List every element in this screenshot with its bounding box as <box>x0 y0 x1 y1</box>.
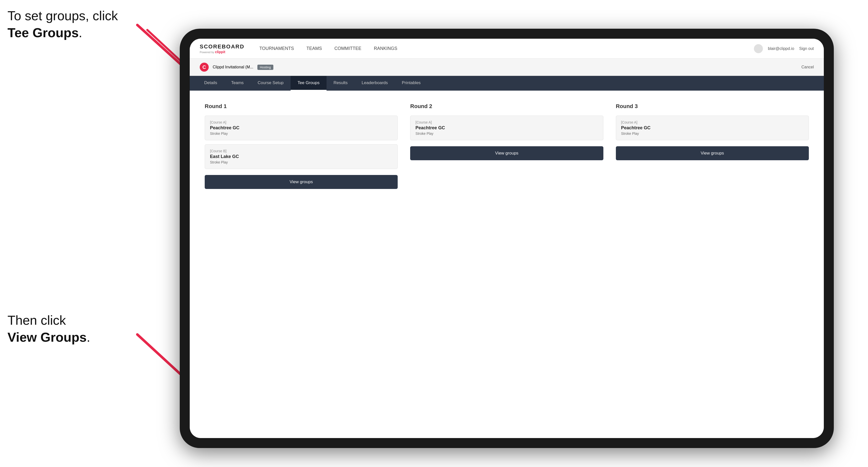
tab-leaderboards[interactable]: Leaderboards <box>355 76 395 91</box>
tablet-device: SCOREBOARD Powered by clippit TOURNAMENT… <box>180 29 834 448</box>
round-2-view-groups-button[interactable]: View groups <box>410 146 603 160</box>
instruction-top-line1: To set groups, click <box>7 8 118 23</box>
avatar <box>754 44 763 53</box>
round-3-course-a-name: Peachtree GC <box>621 125 804 130</box>
tab-course-setup[interactable]: Course Setup <box>251 76 290 91</box>
instruction-bottom: Then click View Groups. <box>7 312 90 346</box>
round-1-course-a-card: [Course A] Peachtree GC Stroke Play <box>205 116 398 140</box>
tournament-name: Clippd Invitational (M... <box>213 65 253 69</box>
nav-tournaments[interactable]: TOURNAMENTS <box>259 45 294 53</box>
round-2-column: Round 2 [Course A] Peachtree GC Stroke P… <box>410 103 603 189</box>
logo-area: SCOREBOARD Powered by clippit <box>200 43 244 54</box>
round-2-course-a-card: [Course A] Peachtree GC Stroke Play <box>410 116 603 140</box>
logo-text: SCOREBOARD <box>200 43 244 50</box>
instruction-top: To set groups, click Tee Groups. <box>7 7 118 41</box>
tab-details[interactable]: Details <box>197 76 224 91</box>
instruction-bottom-bold: View Groups <box>7 330 87 344</box>
tab-results[interactable]: Results <box>327 76 355 91</box>
sign-out-link[interactable]: Sign out <box>799 46 814 51</box>
rounds-grid: Round 1 [Course A] Peachtree GC Stroke P… <box>205 103 809 189</box>
round-3-column: Round 3 [Course A] Peachtree GC Stroke P… <box>616 103 809 189</box>
instruction-bottom-suffix: . <box>87 330 90 344</box>
round-3-label: Round 3 <box>616 103 809 110</box>
nav-bar: SCOREBOARD Powered by clippit TOURNAMENT… <box>190 39 824 59</box>
round-1-course-a-name: Peachtree GC <box>210 125 393 130</box>
nav-teams[interactable]: TEAMS <box>307 45 322 53</box>
round-3-course-a-card: [Course A] Peachtree GC Stroke Play <box>616 116 809 140</box>
instruction-bottom-line1: Then click <box>7 313 66 328</box>
tab-tee-groups[interactable]: Tee Groups <box>290 76 327 91</box>
round-2-course-a-label: [Course A] <box>415 120 598 124</box>
nav-rankings[interactable]: RANKINGS <box>374 45 397 53</box>
instruction-top-suffix: . <box>79 26 82 40</box>
round-1-course-a-format: Stroke Play <box>210 131 393 135</box>
nav-links: TOURNAMENTS TEAMS COMMITTEE RANKINGS <box>259 45 754 53</box>
round-3-view-groups-button[interactable]: View groups <box>616 146 809 160</box>
user-email: blair@clippd.io <box>768 46 794 51</box>
round-1-view-groups-button[interactable]: View groups <box>205 175 398 189</box>
round-1-label: Round 1 <box>205 103 398 110</box>
round-3-course-a-label: [Course A] <box>621 120 804 124</box>
hosting-badge: Hosting <box>257 65 273 70</box>
nav-committee[interactable]: COMMITTEE <box>335 45 362 53</box>
tournament-logo-letter: C <box>203 64 206 70</box>
sub-header: C Clippd Invitational (M... Hosting Canc… <box>190 59 824 76</box>
tab-bar: Details Teams Course Setup Tee Groups Re… <box>190 76 824 91</box>
tab-teams[interactable]: Teams <box>224 76 251 91</box>
cancel-button[interactable]: Cancel <box>801 65 814 69</box>
tab-printables[interactable]: Printables <box>395 76 428 91</box>
tournament-info: C Clippd Invitational (M... Hosting <box>200 63 273 72</box>
round-1-course-b-card: [Course B] East Lake GC Stroke Play <box>205 144 398 169</box>
logo-sub: Powered by clippit <box>200 50 244 54</box>
round-1-course-b-name: East Lake GC <box>210 154 393 159</box>
tablet-screen: SCOREBOARD Powered by clippit TOURNAMENT… <box>190 39 824 438</box>
main-content: Round 1 [Course A] Peachtree GC Stroke P… <box>190 91 824 438</box>
round-1-column: Round 1 [Course A] Peachtree GC Stroke P… <box>205 103 398 189</box>
round-2-course-a-format: Stroke Play <box>415 131 598 135</box>
round-1-course-b-format: Stroke Play <box>210 160 393 164</box>
round-1-course-a-label: [Course A] <box>210 120 393 124</box>
instruction-top-bold: Tee Groups <box>7 26 79 40</box>
round-2-label: Round 2 <box>410 103 603 110</box>
tournament-logo-icon: C <box>200 63 209 72</box>
round-2-course-a-name: Peachtree GC <box>415 125 598 130</box>
nav-right: blair@clippd.io Sign out <box>754 44 814 53</box>
round-1-course-b-label: [Course B] <box>210 149 393 153</box>
round-3-course-a-format: Stroke Play <box>621 131 804 135</box>
